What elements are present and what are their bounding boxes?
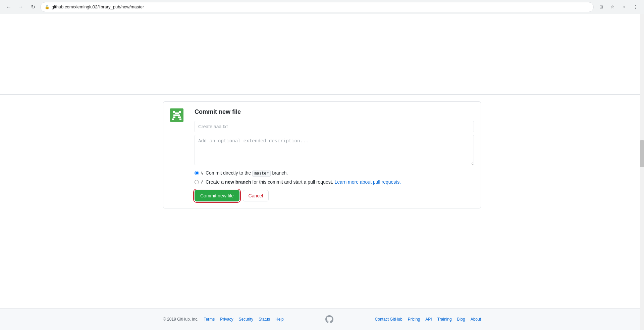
branch-icon: ⑂ <box>201 171 204 176</box>
github-logo <box>325 315 333 323</box>
footer-link-blog[interactable]: Blog <box>457 317 465 322</box>
footer-center <box>325 315 333 323</box>
main-container: Commit new file ⑂ Commit directly to the… <box>158 95 486 295</box>
commit-new-file-button[interactable]: Commit new file <box>195 190 239 201</box>
footer-link-status[interactable]: Status <box>259 317 270 322</box>
footer-link-api[interactable]: API <box>425 317 432 322</box>
svg-rect-7 <box>172 119 174 120</box>
commit-section-inner: Commit new file ⑂ Commit directly to the… <box>163 102 481 208</box>
forward-button[interactable]: → <box>16 2 25 12</box>
url-text: github.com/xieminglu02/library_pub/new/m… <box>52 4 144 9</box>
footer-link-security[interactable]: Security <box>239 317 253 322</box>
address-bar[interactable]: 🔒 github.com/xieminglu02/library_pub/new… <box>40 2 594 12</box>
browser-actions: ⊞ ☆ ○ ⋮ <box>596 2 640 12</box>
footer-link-contact-github[interactable]: Contact GitHub <box>375 317 402 322</box>
browser-chrome: ← → ↻ 🔒 github.com/xieminglu02/library_p… <box>0 0 644 14</box>
lock-icon: 🔒 <box>45 5 50 9</box>
footer-link-terms[interactable]: Terms <box>204 317 215 322</box>
svg-rect-6 <box>178 116 181 118</box>
commit-form: Commit new file ⑂ Commit directly to the… <box>195 108 474 201</box>
avatar <box>170 108 183 122</box>
footer: © 2019 GitHub, Inc. Terms Privacy Securi… <box>0 308 644 330</box>
radio-option-commit-directly: ⑂ Commit directly to the master branch. <box>195 170 474 176</box>
refresh-button[interactable]: ↻ <box>28 2 38 12</box>
footer-inner: © 2019 GitHub, Inc. Terms Privacy Securi… <box>158 315 486 323</box>
footer-link-help[interactable]: Help <box>275 317 284 322</box>
branch-name-code: master <box>252 171 271 177</box>
page-content: Commit new file ⑂ Commit directly to the… <box>0 14 644 330</box>
svg-rect-4 <box>173 114 180 116</box>
svg-rect-8 <box>179 119 181 120</box>
cancel-button[interactable]: Cancel <box>243 190 269 201</box>
button-row: Commit new file Cancel <box>195 190 474 201</box>
footer-right: Contact GitHub Pricing API Training Blog… <box>375 317 481 322</box>
translate-button[interactable]: ⊞ <box>596 2 606 12</box>
footer-link-pricing[interactable]: Pricing <box>408 317 420 322</box>
footer-link-training[interactable]: Training <box>437 317 452 322</box>
footer-link-privacy[interactable]: Privacy <box>220 317 233 322</box>
radio-option-new-branch: ⑃ Create a new branch for this commit an… <box>195 179 474 185</box>
learn-more-link[interactable]: Learn more about pull requests. <box>334 179 401 185</box>
radio-label-directly[interactable]: Commit directly to the master branch. <box>206 170 288 176</box>
menu-button[interactable]: ⋮ <box>631 2 640 12</box>
svg-rect-3 <box>175 112 179 114</box>
scrollbar-thumb[interactable] <box>640 140 644 167</box>
footer-link-about[interactable]: About <box>471 317 481 322</box>
top-area <box>0 14 644 95</box>
commit-message-input[interactable] <box>195 121 474 132</box>
commit-description-textarea[interactable] <box>195 135 474 165</box>
radio-new-branch[interactable] <box>195 180 199 184</box>
radio-options: ⑂ Commit directly to the master branch. … <box>195 170 474 185</box>
bookmark-button[interactable]: ☆ <box>608 2 617 12</box>
pr-icon: ⑃ <box>201 179 204 185</box>
radio-label-new-branch[interactable]: Create a new branch for this commit and … <box>206 179 401 185</box>
radio-commit-directly[interactable] <box>195 171 199 175</box>
svg-rect-2 <box>179 111 181 113</box>
scrollbar-track <box>640 14 644 330</box>
svg-rect-5 <box>173 116 175 118</box>
copyright: © 2019 GitHub, Inc. <box>163 317 199 322</box>
footer-left: © 2019 GitHub, Inc. Terms Privacy Securi… <box>163 317 284 322</box>
profile-button[interactable]: ○ <box>619 2 629 12</box>
back-button[interactable]: ← <box>4 2 13 12</box>
commit-section-wrapper: Commit new file ⑂ Commit directly to the… <box>163 101 481 208</box>
commit-title: Commit new file <box>195 108 474 115</box>
vertical-divider <box>189 108 189 201</box>
svg-rect-1 <box>173 111 175 113</box>
